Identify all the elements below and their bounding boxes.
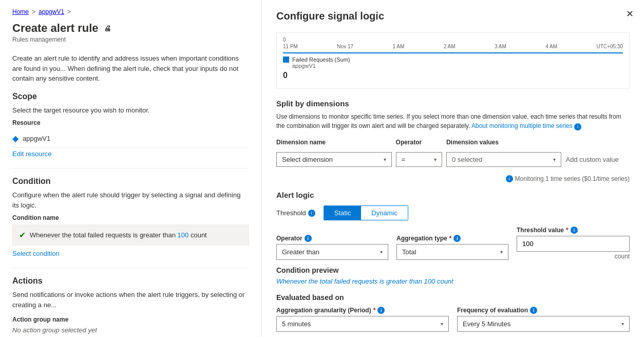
info-icon-monitor: i: [506, 175, 513, 182]
aggregation-field: Aggregation type * i Total ▾: [396, 235, 508, 260]
dimension-chevron: ▾: [384, 157, 386, 162]
resource-box: ◆ appgwV1: [12, 129, 249, 148]
period-field: Aggregation granularity (Period) * i 5 m…: [276, 307, 449, 332]
operator-field-chevron: ▾: [380, 249, 383, 255]
breadcrumb-sep1: >: [32, 8, 35, 15]
values-placeholder: 0 selected: [452, 156, 482, 163]
operator-selected: Greater than: [282, 248, 319, 256]
period-dropdown[interactable]: 5 minutes ▾: [276, 316, 449, 332]
aggregation-selected: Total: [402, 248, 416, 256]
scope-desc: Select the target resource you wish to m…: [12, 105, 249, 116]
resource-icon: ◆: [12, 134, 18, 143]
scope-title: Scope: [12, 92, 249, 101]
threshold-value-input[interactable]: [517, 236, 630, 252]
chart-label-1am: 1 AM: [393, 44, 405, 49]
dimensions-table: Dimension name Operator Dimension values…: [276, 137, 630, 169]
operator-field-label: Operator i: [276, 235, 388, 242]
page-subtitle: Rules management: [12, 36, 249, 43]
aggregation-field-chevron: ▾: [500, 249, 503, 255]
breadcrumb-home[interactable]: Home: [12, 8, 29, 15]
info-icon-split: i: [574, 123, 581, 130]
frequency-dropdown[interactable]: Every 5 Minutes ▾: [457, 316, 630, 332]
condition-check-icon: ✔: [19, 230, 26, 240]
split-title: Split by dimensions: [276, 99, 630, 108]
chart-label-nov17: Nov 17: [337, 44, 353, 49]
edit-resource-link[interactable]: Edit resource: [12, 150, 249, 158]
operator-col: Operator: [396, 137, 446, 150]
period-label: Aggregation granularity (Period) * i: [276, 307, 449, 314]
close-button[interactable]: ✕: [626, 8, 634, 20]
frequency-field: Frequency of evaluation i Every 5 Minute…: [457, 307, 630, 332]
breadcrumb-app[interactable]: appgwV1: [39, 8, 64, 15]
chart-legend: Failed Requests (Sum): [283, 57, 623, 63]
alert-logic-title: Alert logic: [276, 191, 630, 199]
condition-preview-title: Condition preview: [276, 266, 630, 274]
aggregation-dropdown[interactable]: Total ▾: [396, 244, 508, 260]
condition-link[interactable]: 100: [178, 231, 189, 239]
dim-name-col: Dimension name: [276, 137, 396, 150]
threshold-info-icon: i: [308, 210, 315, 217]
condition-preview-text: Whenever the total failed requests is gr…: [276, 277, 630, 285]
chart-value: 0: [283, 71, 623, 80]
chart-label-3am: 3 AM: [495, 44, 506, 49]
resource-label: Resource: [12, 119, 249, 126]
condition-desc: Configure when the alert rule should tri…: [12, 190, 249, 210]
period-chevron: ▾: [441, 321, 443, 327]
add-custom-value[interactable]: Add custom value: [565, 153, 618, 166]
action-group-label: Action group name: [12, 316, 249, 323]
aggregation-field-label: Aggregation type * i: [396, 235, 508, 242]
evaluated-title: Evaluated based on: [276, 293, 630, 302]
actions-title: Actions: [12, 276, 249, 286]
operator-dropdown[interactable]: Greater than ▾: [276, 244, 388, 260]
monitoring-link[interactable]: About monitoring multiple time series: [471, 122, 573, 129]
breadcrumb-sep2: >: [67, 8, 71, 15]
chart-label-utc: UTC+05:30: [597, 44, 623, 49]
threshold-value-info-icon: i: [571, 227, 578, 234]
frequency-value: Every 5 Minutes: [463, 320, 510, 328]
values-select[interactable]: 0 selected ▾: [446, 152, 562, 167]
threshold-value-field: Threshold value * i count: [517, 227, 630, 260]
panel-title: Configure signal logic: [276, 10, 630, 22]
operator-field: Operator i Greater than ▾: [276, 235, 388, 260]
period-value: 5 minutes: [282, 320, 311, 328]
dimension-placeholder: Select dimension: [282, 156, 333, 163]
threshold-label: Threshold i: [276, 209, 315, 217]
chart-area: 0 11 PM Nov 17 1 AM 2 AM 3 AM 4 AM UTC+0…: [276, 32, 630, 89]
operator-select[interactable]: = ▾: [396, 152, 442, 167]
no-action-text: No action group selected yet: [12, 326, 249, 334]
chart-legend-sub: appgwV1: [292, 63, 623, 69]
monitoring-text: Monitoring 1 time series ($0.1/time seri…: [515, 175, 630, 182]
frequency-chevron: ▾: [621, 321, 624, 327]
values-chevron: ▾: [553, 157, 556, 162]
chart-label-11pm: 11 PM: [283, 44, 298, 49]
chart-axis: 0: [283, 37, 623, 43]
chart-label-2am: 2 AM: [444, 44, 456, 49]
threshold-toggle: Static Dynamic: [324, 205, 408, 220]
eval-row: Aggregation granularity (Period) * i 5 m…: [276, 307, 630, 332]
split-desc: Use dimensions to monitor specific time …: [276, 112, 630, 130]
frequency-label: Frequency of evaluation i: [457, 307, 630, 314]
page-description: Create an alert rule to identify and add…: [12, 53, 249, 84]
values-col: Dimension values: [446, 137, 566, 150]
aggregation-required: *: [449, 235, 452, 242]
dynamic-toggle[interactable]: Dynamic: [361, 206, 408, 220]
resource-name: appgwV1: [23, 135, 50, 142]
dimension-select[interactable]: Select dimension ▾: [276, 152, 392, 167]
operator-value: =: [402, 156, 406, 163]
frequency-info-icon: i: [530, 307, 537, 314]
period-info-icon: i: [377, 307, 385, 314]
print-icon[interactable]: 🖨: [104, 24, 111, 32]
static-toggle[interactable]: Static: [324, 206, 362, 220]
right-panel: Configure signal logic ✕ 0 11 PM Nov 17 …: [262, 0, 644, 337]
alert-fields-row: Operator i Greater than ▾ Aggregation ty…: [276, 227, 630, 260]
chart-legend-color: [283, 57, 289, 63]
select-condition-link[interactable]: Select condition: [12, 250, 249, 257]
table-row: Select dimension ▾ = ▾ 0 selected ▾: [276, 150, 630, 169]
actions-desc: Send notifications or invoke actions whe…: [12, 290, 249, 310]
condition-title: Condition: [12, 177, 249, 186]
threshold-required: *: [566, 227, 569, 234]
count-label: count: [517, 253, 630, 260]
period-required: *: [373, 307, 376, 314]
monitoring-info: i Monitoring 1 time series ($0.1/time se…: [276, 175, 630, 182]
operator-info-icon: i: [305, 235, 312, 242]
